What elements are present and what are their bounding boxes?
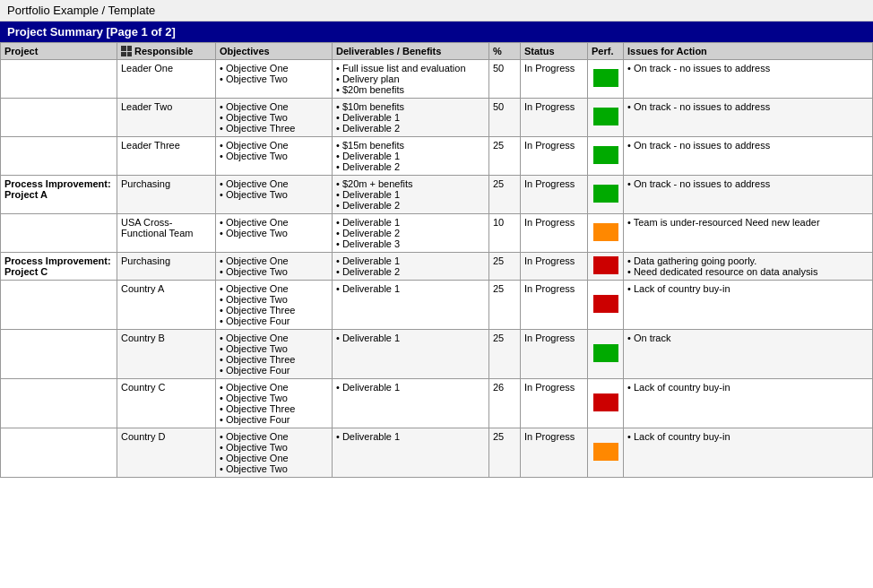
objectives-cell: Objective OneObjective Two [216, 60, 333, 99]
project-cell: Country B [1, 330, 117, 379]
grid-icon [121, 46, 132, 56]
perf-cell [588, 137, 624, 176]
objectives-cell: Objective OneObjective TwoObjective Thre… [216, 379, 333, 428]
deliverable-item: Deliverable 2 [336, 123, 485, 134]
issues-cell: Lack of country buy-in [624, 428, 873, 478]
deliverable-item: Deliverable 1 [336, 217, 485, 228]
deliverable-item: Deliverable 3 [336, 238, 485, 249]
issues-cell: On track - no issues to address [624, 60, 873, 99]
perf-cell [588, 330, 624, 379]
issues-cell: On track - no issues to address [624, 99, 873, 137]
project-cell: Country D [1, 428, 117, 478]
table-row: Process Improvement: Project APurchasing… [1, 176, 873, 214]
issue-item: On track - no issues to address [627, 140, 869, 151]
objective-item: Objective One [220, 217, 328, 228]
perf-indicator [593, 393, 618, 411]
perf-indicator [593, 108, 618, 125]
col-header-status: Status [521, 43, 588, 60]
deliverables-cell: Full issue list and evaluationDelivery p… [333, 60, 489, 99]
table-row: Integration: Project ALeader OneObjectiv… [1, 60, 873, 99]
percent-cell: 25 [489, 330, 521, 379]
perf-cell [588, 60, 624, 99]
responsible-cell: Purchasing [117, 176, 216, 214]
issues-cell: Lack of country buy-in [624, 379, 873, 428]
col-header-perf: Perf. [588, 43, 624, 60]
deliverable-item: Deliverable 1 [336, 255, 485, 266]
perf-indicator [593, 223, 618, 241]
col-header-responsible: Responsible [117, 43, 216, 60]
responsible-cell: Leader One [117, 60, 216, 99]
status-cell: In Progress [521, 253, 588, 281]
responsible-cell: Country D [117, 428, 216, 478]
perf-cell [588, 99, 624, 137]
perf-cell [588, 176, 624, 214]
objective-item: Objective One [220, 178, 328, 189]
objective-item: Objective Four [220, 316, 328, 326]
objective-item: Objective Three [220, 123, 328, 134]
objective-item: Objective Two [220, 343, 328, 354]
responsible-cell: Country C [117, 379, 216, 428]
objectives-cell: Objective OneObjective Two [216, 137, 333, 176]
issue-item: Need dedicated resource on data analysis [627, 266, 869, 277]
table-row: Country BCountry BObjective OneObjective… [1, 330, 873, 379]
project-cell: Integration: Project C [1, 137, 117, 176]
issue-item: On track - no issues to address [627, 63, 869, 74]
col-header-project: Project [1, 43, 117, 60]
page-title: Portfolio Example / Template [0, 0, 873, 22]
objective-item: Objective One [220, 453, 328, 463]
col-header-issues: Issues for Action [624, 43, 873, 60]
deliverable-item: Deliverable 2 [336, 228, 485, 238]
project-cell: Process Improvement: Project C [1, 253, 117, 281]
deliverable-item: Delivery plan [336, 74, 485, 84]
deliverable-item: Deliverable 2 [336, 200, 485, 211]
percent-cell: 25 [489, 281, 521, 330]
project-cell: Country A [1, 281, 117, 330]
deliverable-item: Deliverable 1 [336, 283, 485, 294]
responsible-cell: Country A [117, 281, 216, 330]
issue-item: Data gathering going poorly. [627, 255, 869, 266]
percent-cell: 25 [489, 428, 521, 478]
percent-cell: 26 [489, 379, 521, 428]
objective-item: Objective Three [220, 305, 328, 316]
objective-item: Objective Two [220, 393, 328, 403]
project-cell: Process Improvement: Project A [1, 176, 117, 214]
issues-cell: On track - no issues to address [624, 176, 873, 214]
objective-item: Objective Four [220, 414, 328, 425]
deliverables-cell: $10m benefitsDeliverable 1Deliverable 2 [333, 99, 489, 137]
perf-cell [588, 214, 624, 253]
deliverables-cell: Deliverable 1 [333, 330, 489, 379]
responsible-cell: USA Cross-Functional Team [117, 214, 216, 253]
objective-item: Objective Three [220, 354, 328, 365]
objective-item: Objective One [220, 333, 328, 343]
issue-item: Team is under-resourced Need new leader [627, 217, 869, 228]
percent-cell: 50 [489, 99, 521, 137]
objective-item: Objective Two [220, 189, 328, 200]
deliverable-item: Deliverable 1 [336, 382, 485, 393]
objective-item: Objective One [220, 431, 328, 442]
perf-indicator [593, 443, 618, 461]
table-row: Country CCountry CObjective OneObjective… [1, 379, 873, 428]
perf-indicator [593, 69, 618, 87]
status-cell: In Progress [521, 330, 588, 379]
perf-indicator [593, 256, 618, 274]
objectives-cell: Objective OneObjective Two [216, 214, 333, 253]
objective-item: Objective Two [220, 112, 328, 123]
perf-indicator [593, 146, 618, 164]
perf-cell [588, 379, 624, 428]
table-row: Country DCountry DObjective OneObjective… [1, 428, 873, 478]
deliverable-item: $15m benefits [336, 140, 485, 151]
project-cell: Country C [1, 379, 117, 428]
project-cell: Process Improvement: Project B [1, 214, 117, 253]
deliverables-cell: Deliverable 1Deliverable 2Deliverable 3 [333, 214, 489, 253]
issue-item: On track - no issues to address [627, 178, 869, 189]
deliverables-cell: $20m + benefitsDeliverable 1Deliverable … [333, 176, 489, 214]
status-cell: In Progress [521, 176, 588, 214]
status-cell: In Progress [521, 60, 588, 99]
section-header: Project Summary [Page 1 of 2] [0, 22, 873, 42]
deliverable-item: Deliverable 1 [336, 151, 485, 161]
percent-cell: 25 [489, 253, 521, 281]
percent-cell: 25 [489, 137, 521, 176]
objective-item: Objective Two [220, 294, 328, 305]
objective-item: Objective One [220, 101, 328, 112]
table-row: Integration: Project CLeader ThreeObject… [1, 137, 873, 176]
